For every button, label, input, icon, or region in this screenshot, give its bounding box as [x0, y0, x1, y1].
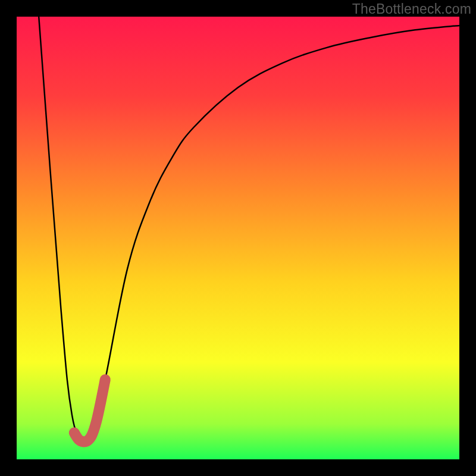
chart-svg — [17, 17, 459, 459]
watermark-text: TheBottleneck.com — [352, 1, 471, 17]
chart-frame: TheBottleneck.com — [0, 0, 476, 476]
plot-area — [17, 17, 459, 459]
gradient-background — [17, 17, 459, 459]
